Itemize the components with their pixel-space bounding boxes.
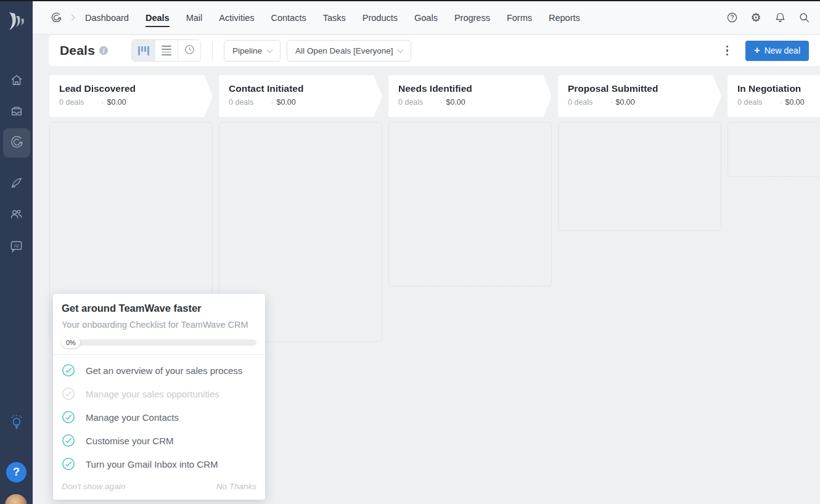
onboarding-progress-bar: 0% [62, 337, 256, 348]
checklist-item-label: Manage your sales opportunities [86, 389, 219, 399]
sidebar-item-whats-new[interactable] [4, 411, 28, 435]
new-deal-button[interactable]: + New deal [745, 41, 809, 61]
help-bubble-button[interactable]: ? [6, 462, 27, 482]
checklist-item-label: Get an overview of your sales process [86, 365, 242, 376]
stage-column-in-negotiation: In Negotiation 0 deals·$0.00 [728, 75, 820, 177]
stage-header: Needs Identified 0 deals·$0.00 [388, 75, 552, 117]
quill-pen-icon [10, 176, 23, 192]
checklist-item-sales-opportunities[interactable]: Manage your sales opportunities [53, 382, 265, 405]
app-sidebar: AI ? [0, 1, 33, 504]
stage-deal-count: 0 deals [398, 98, 423, 107]
people-group-icon [9, 207, 23, 224]
inbox-icon [10, 105, 23, 121]
user-avatar[interactable] [5, 494, 27, 504]
stage-deal-count: 0 deals [568, 98, 592, 107]
stage-value: $0.00 [446, 98, 465, 107]
nav-item-deals[interactable]: Deals [146, 1, 170, 34]
separator-dot: · [779, 98, 782, 107]
sidebar-item-inbox[interactable] [4, 100, 28, 124]
separator-dot: · [440, 98, 443, 107]
nav-item-tasks[interactable]: Tasks [323, 1, 346, 34]
sidebar-item-home[interactable] [4, 69, 28, 93]
checklist-item-label: Manage your Contacts [86, 412, 179, 423]
question-mark-icon: ? [13, 466, 20, 479]
lightbulb-icon [9, 413, 25, 433]
onboarding-checklist-popup: Get around TeamWave faster Your onboardi… [53, 294, 265, 500]
sidebar-item-crm[interactable] [3, 128, 30, 158]
checklist-item-sales-process[interactable]: Get an overview of your sales process [53, 359, 265, 382]
checklist-item-label: Turn your Gmail Inbox into CRM [86, 459, 218, 469]
checklist-item-gmail-inbox[interactable]: Turn your Gmail Inbox into CRM [53, 452, 265, 476]
stage-column-needs-identified: Needs Identified 0 deals·$0.00 [388, 75, 552, 287]
no-thanks-link[interactable]: No Thanks [216, 482, 256, 491]
check-circle-icon [62, 410, 75, 424]
dont-show-again-link[interactable]: Don't show again [62, 482, 125, 491]
list-view-button[interactable] [155, 40, 178, 61]
window-top-strip [0, 0, 820, 1]
toolbar-divider [212, 42, 213, 59]
separator-dot: · [271, 98, 273, 107]
nav-item-forms[interactable]: Forms [507, 1, 532, 34]
stage-title: In Negotiation [737, 83, 820, 94]
stage-value: $0.00 [107, 98, 126, 107]
info-icon[interactable]: i [99, 46, 108, 55]
home-icon [10, 73, 23, 89]
stage-value: $0.00 [276, 98, 295, 107]
check-circle-icon [62, 364, 75, 377]
crm-breadcrumb-icon[interactable] [51, 12, 62, 23]
page-title: Deals [60, 43, 95, 58]
stage-deal-count: 0 deals [229, 98, 253, 107]
stage-value: $0.00 [785, 98, 804, 107]
stage-drop-zone [558, 122, 721, 231]
stage-drop-zone [728, 122, 820, 177]
teamwave-logo-icon[interactable] [7, 11, 26, 32]
stage-header: Proposal Submitted 0 deals·$0.00 [558, 75, 721, 117]
more-options-kebab-icon[interactable] [724, 43, 731, 59]
progress-percent-badge: 0% [62, 337, 80, 348]
view-toggle-group [131, 39, 201, 62]
kanban-view-button[interactable] [132, 40, 155, 61]
separator-dot: · [610, 98, 612, 107]
nav-item-goals[interactable]: Goals [414, 1, 438, 34]
stage-title: Lead Discovered [59, 83, 203, 94]
stage-title: Needs Identified [398, 83, 542, 94]
nav-item-contacts[interactable]: Contacts [271, 1, 306, 34]
breadcrumb-chevron-icon [69, 15, 75, 21]
nav-item-mail[interactable]: Mail [186, 1, 203, 34]
nav-item-progress[interactable]: Progress [454, 1, 490, 34]
stage-value: $0.00 [615, 98, 634, 107]
popup-title: Get around TeamWave faster [53, 303, 265, 314]
nav-item-products[interactable]: Products [363, 1, 398, 34]
check-circle-icon [62, 457, 75, 471]
nav-item-reports[interactable]: Reports [549, 1, 580, 34]
sidebar-item-compose[interactable] [4, 172, 28, 196]
sidebar-item-ai[interactable]: AI [4, 235, 28, 259]
pipeline-select[interactable]: Pipeline [224, 40, 281, 62]
stage-title: Proposal Submitted [568, 83, 711, 94]
settings-gear-icon[interactable]: ⚙ [750, 12, 762, 24]
plus-icon: + [754, 45, 760, 56]
checklist-item-contacts[interactable]: Manage your Contacts [53, 405, 265, 429]
check-circle-icon [62, 434, 75, 447]
notifications-bell-icon[interactable] [774, 12, 786, 24]
ai-chat-icon: AI [9, 239, 23, 256]
help-icon[interactable] [726, 12, 738, 24]
separator-dot: · [101, 98, 104, 107]
nav-item-activities[interactable]: Activities [219, 1, 254, 34]
search-icon[interactable] [798, 12, 810, 24]
checklist-item-customise-crm[interactable]: Customise your CRM [53, 429, 265, 452]
timeline-view-button[interactable] [178, 40, 200, 61]
main-nav: Dashboard Deals Mail Activities Contacts… [85, 1, 580, 34]
new-deal-label: New deal [765, 46, 800, 55]
deals-scope-select[interactable]: All Open Deals [Everyone] [287, 40, 411, 62]
sidebar-item-people[interactable] [4, 203, 28, 227]
top-navigation-bar: Dashboard Deals Mail Activities Contacts… [33, 1, 820, 35]
deals-toolbar: Deals i Pipeline All Open Deals [Everyon… [49, 35, 820, 66]
list-icon [162, 46, 171, 55]
clock-icon [184, 44, 195, 58]
stage-drop-zone [388, 122, 552, 287]
chevron-down-icon [398, 47, 404, 53]
nav-item-dashboard[interactable]: Dashboard [85, 1, 129, 34]
stage-deal-count: 0 deals [59, 98, 84, 107]
kanban-icon [138, 46, 149, 55]
